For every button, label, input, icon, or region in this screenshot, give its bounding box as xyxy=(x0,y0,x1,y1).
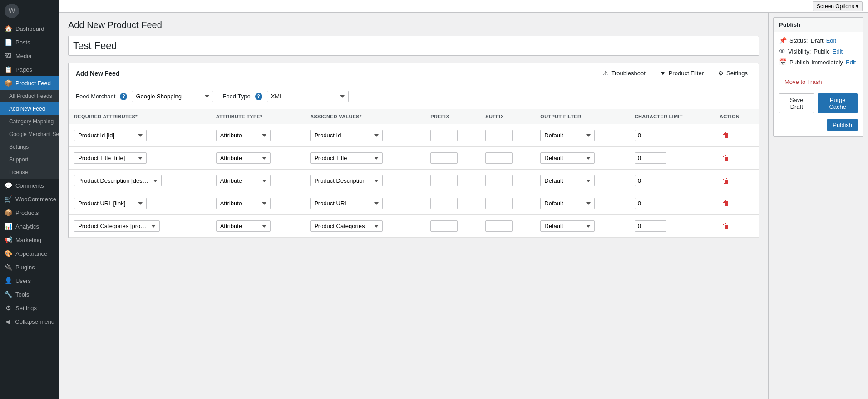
char-limit-input-4[interactable] xyxy=(635,220,666,232)
output-filter-select-1[interactable]: Default xyxy=(540,152,595,164)
prefix-input-4[interactable] xyxy=(430,220,458,232)
assigned-value-cell-3: Product URL xyxy=(305,192,425,215)
sidebar-item-label: Pages xyxy=(15,66,32,73)
feed-type-field-group: Feed Type ? XML xyxy=(222,91,348,102)
assigned-value-select-3[interactable]: Product URL xyxy=(310,198,383,209)
sidebar-item-collapse[interactable]: ◀ Collapse menu xyxy=(0,315,59,328)
feed-title-input[interactable] xyxy=(68,36,759,56)
publish-calendar-icon: 📅 xyxy=(779,58,787,66)
assigned-value-cell-4: Product Categories xyxy=(305,215,425,238)
attribute-type-select-1[interactable]: Attribute xyxy=(216,152,271,164)
prefix-input-3[interactable] xyxy=(430,198,458,209)
publish-edit-link[interactable]: Edit xyxy=(846,59,856,66)
delete-row-button-0[interactable]: 🗑 xyxy=(720,131,732,141)
delete-row-button-2[interactable]: 🗑 xyxy=(720,176,732,186)
char-limit-input-0[interactable] xyxy=(635,130,666,141)
char-limit-input-1[interactable] xyxy=(635,152,666,164)
attribute-type-select-3[interactable]: Attribute xyxy=(216,198,271,209)
sidebar-item-media[interactable]: 🖼 Media xyxy=(0,49,59,63)
sidebar-item-tools[interactable]: 🔧 Tools xyxy=(0,287,59,301)
attribute-type-cell-0: Attribute xyxy=(211,124,305,147)
prefix-input-2[interactable] xyxy=(430,175,458,186)
sidebar-submenu-add-new-feed[interactable]: Add New Feed xyxy=(0,102,59,115)
col-required-attributes: REQUIRED ATTRIBUTES* xyxy=(69,109,211,124)
visibility-edit-link[interactable]: Edit xyxy=(833,48,843,55)
output-filter-select-4[interactable]: Default xyxy=(540,220,595,232)
move-to-trash-link[interactable]: Move to Trash xyxy=(779,76,858,88)
required-attr-select-2[interactable]: Product Description [des… xyxy=(74,175,162,186)
sidebar-item-woocommerce[interactable]: 🛒 WooCommerce xyxy=(0,192,59,206)
required-attr-select-3[interactable]: Product URL [link] xyxy=(74,198,147,209)
output-filter-select-2[interactable]: Default xyxy=(540,175,595,186)
status-label: Status: xyxy=(789,37,808,44)
merchant-select[interactable]: Google Shopping xyxy=(132,91,213,102)
sidebar-submenu-all-feeds[interactable]: All Product Feeds xyxy=(0,90,59,102)
suffix-input-0[interactable] xyxy=(485,130,513,141)
sidebar-submenu-support[interactable]: Support xyxy=(0,153,59,166)
suffix-cell-1 xyxy=(480,147,535,170)
sidebar-item-users[interactable]: 👤 Users xyxy=(0,274,59,287)
action-cell-2: 🗑 xyxy=(714,170,759,192)
suffix-input-3[interactable] xyxy=(485,198,513,209)
status-edit-link[interactable]: Edit xyxy=(826,37,836,44)
sidebar-item-analytics[interactable]: 📊 Analytics xyxy=(0,219,59,233)
required-attr-select-0[interactable]: Product Id [id] xyxy=(74,130,147,141)
attribute-type-select-4[interactable]: Attribute xyxy=(216,220,271,232)
sidebar-item-dashboard[interactable]: 🏠 Dashboard xyxy=(0,22,59,35)
required-attr-select-4[interactable]: Product Categories [pro… xyxy=(74,220,160,232)
merchant-field-group: Feed Merchant ? Google Shopping xyxy=(76,91,213,102)
sidebar-item-comments[interactable]: 💬 Comments xyxy=(0,179,59,192)
publish-button[interactable]: Publish xyxy=(827,119,858,131)
prefix-input-0[interactable] xyxy=(430,130,458,141)
sidebar-submenu-license[interactable]: License xyxy=(0,166,59,179)
license-label: License xyxy=(9,169,28,175)
required-attr-select-1[interactable]: Product Title [title] xyxy=(74,152,147,164)
product-feed-icon: 📦 xyxy=(5,79,12,87)
sidebar-item-posts[interactable]: 📄 Posts xyxy=(0,35,59,49)
attribute-type-select-2[interactable]: Attribute xyxy=(216,175,271,186)
suffix-input-2[interactable] xyxy=(485,175,513,186)
output-filter-select-3[interactable]: Default xyxy=(540,198,595,209)
sidebar-submenu-google-merchant[interactable]: Google Merchant Settings xyxy=(0,128,59,141)
attribute-type-select-0[interactable]: Attribute xyxy=(216,130,271,141)
users-icon: 👤 xyxy=(5,277,12,284)
delete-row-button-4[interactable]: 🗑 xyxy=(720,221,732,231)
assigned-value-select-4[interactable]: Product Categories xyxy=(310,220,383,232)
sidebar-item-marketing[interactable]: 📢 Marketing xyxy=(0,233,59,247)
delete-row-button-1[interactable]: 🗑 xyxy=(720,153,732,163)
save-draft-button[interactable]: Save Draft xyxy=(779,93,814,113)
char-limit-input-2[interactable] xyxy=(635,175,666,186)
sidebar-item-settings[interactable]: ⚙ Settings xyxy=(0,301,59,315)
sidebar-item-products[interactable]: 📦 Products xyxy=(0,206,59,219)
screen-options-button[interactable]: Screen Options ▾ xyxy=(813,1,863,11)
wp-logo-icon: W xyxy=(5,4,19,18)
output-filter-select-0[interactable]: Default xyxy=(540,130,595,141)
suffix-input-4[interactable] xyxy=(485,220,513,232)
feed-actions: ⚠ Troubleshoot ▼ Product Filter ⚙ Settin… xyxy=(599,68,751,78)
feed-type-help-icon[interactable]: ? xyxy=(255,93,262,100)
sidebar-item-product-feed[interactable]: 📦 Product Feed xyxy=(0,76,59,90)
char-limit-input-3[interactable] xyxy=(635,198,666,209)
settings-button[interactable]: ⚙ Settings xyxy=(715,68,751,78)
col-assigned-values: ASSIGNED VALUES* xyxy=(305,109,425,124)
feed-type-select[interactable]: XML xyxy=(267,91,349,102)
prefix-input-1[interactable] xyxy=(430,152,458,164)
suffix-input-1[interactable] xyxy=(485,152,513,164)
sidebar-item-pages[interactable]: 📋 Pages xyxy=(0,63,59,76)
purge-cache-button[interactable]: Purge Cache xyxy=(818,93,858,113)
delete-row-button-3[interactable]: 🗑 xyxy=(720,199,732,209)
assigned-value-select-2[interactable]: Product Description xyxy=(310,175,383,186)
merchant-help-icon[interactable]: ? xyxy=(120,93,127,100)
sidebar-item-appearance[interactable]: 🎨 Appearance xyxy=(0,247,59,260)
sidebar-submenu-category-mapping[interactable]: Category Mapping xyxy=(0,115,59,128)
suffix-cell-2 xyxy=(480,170,535,192)
support-label: Support xyxy=(9,156,28,163)
troubleshoot-button[interactable]: ⚠ Troubleshoot xyxy=(599,68,649,78)
pages-icon: 📋 xyxy=(5,66,12,73)
assigned-value-select-1[interactable]: Product Title xyxy=(310,152,383,164)
sidebar-submenu-settings[interactable]: Settings xyxy=(0,141,59,153)
table-row: Product Categories [pro… Attribute Produ… xyxy=(69,215,759,238)
product-filter-button[interactable]: ▼ Product Filter xyxy=(656,68,707,78)
assigned-value-select-0[interactable]: Product Id xyxy=(310,130,383,141)
sidebar-item-plugins[interactable]: 🔌 Plugins xyxy=(0,260,59,274)
